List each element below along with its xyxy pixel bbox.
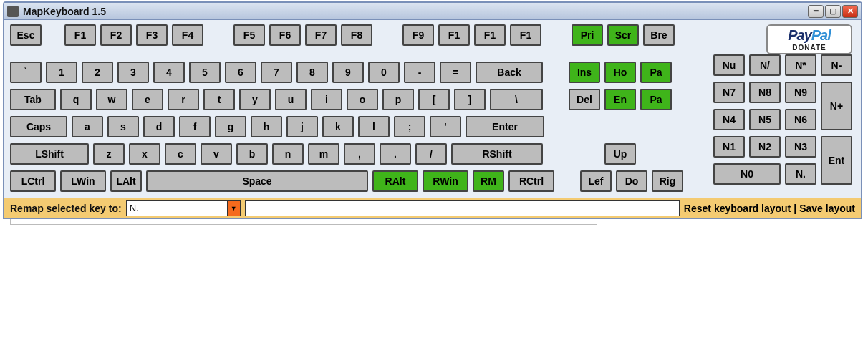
key-tab[interactable]: Tab — [10, 89, 56, 110]
key-npad-8[interactable]: N8 — [749, 82, 781, 103]
key-end[interactable]: En — [604, 89, 636, 110]
paypal-donate-button[interactable]: PayPal DONATE — [766, 24, 852, 54]
key-9[interactable]: 9 — [332, 62, 364, 83]
key-esc[interactable]: Esc — [10, 24, 42, 46]
key-f8[interactable]: F8 — [341, 24, 372, 46]
key-npad-1[interactable]: N1 — [713, 136, 745, 158]
key-npad-2[interactable]: N2 — [749, 136, 781, 158]
key-backspace[interactable]: Back — [476, 62, 543, 83]
key-6[interactable]: 6 — [225, 62, 256, 83]
key-quote[interactable]: ' — [430, 116, 461, 137]
key-npad-9[interactable]: N9 — [785, 82, 816, 103]
key-npad-mul[interactable]: N* — [785, 54, 816, 76]
key-v[interactable]: v — [201, 143, 232, 165]
key-minus[interactable]: - — [404, 62, 435, 83]
key-printscreen[interactable]: Pri — [572, 24, 603, 46]
key-t[interactable]: t — [203, 89, 235, 110]
key-g[interactable]: g — [215, 116, 246, 137]
key-f2[interactable]: F2 — [100, 24, 132, 46]
key-right[interactable]: Rig — [652, 170, 683, 192]
key-r[interactable]: r — [168, 89, 199, 110]
key-d[interactable]: d — [143, 116, 175, 137]
key-npad-6[interactable]: N6 — [785, 109, 816, 130]
key-z[interactable]: z — [93, 143, 125, 165]
key-p[interactable]: p — [382, 89, 414, 110]
key-slash[interactable]: / — [415, 143, 447, 165]
key-home[interactable]: Ho — [604, 62, 636, 83]
key-npad-0[interactable]: N0 — [713, 163, 781, 185]
key-f3[interactable]: F3 — [136, 24, 168, 46]
key-period[interactable]: . — [380, 143, 411, 165]
key-b[interactable]: b — [236, 143, 268, 165]
save-layout-link[interactable]: Save layout — [799, 203, 855, 214]
key-enter[interactable]: Enter — [466, 116, 544, 137]
key-npad-3[interactable]: N3 — [785, 136, 816, 158]
key-backtick[interactable]: ` — [10, 62, 42, 83]
key-4[interactable]: 4 — [153, 62, 185, 83]
key-i[interactable]: i — [311, 89, 342, 110]
key-y[interactable]: y — [239, 89, 271, 110]
key-f9[interactable]: F9 — [402, 24, 434, 46]
key-j[interactable]: j — [286, 116, 318, 137]
key-npad-add[interactable]: N+ — [821, 82, 852, 130]
key-lalt[interactable]: LAlt — [110, 170, 142, 192]
key-pagedown[interactable]: Pa — [640, 89, 672, 110]
key-o[interactable]: o — [347, 89, 378, 110]
key-npad-dot[interactable]: N. — [785, 163, 816, 185]
key-numlock[interactable]: Nu — [713, 54, 745, 76]
key-delete[interactable]: Del — [569, 89, 600, 110]
key-npad-4[interactable]: N4 — [713, 109, 745, 130]
key-equals[interactable]: = — [440, 62, 471, 83]
key-npad-5[interactable]: N5 — [749, 109, 781, 130]
key-up[interactable]: Up — [604, 143, 636, 165]
key-space[interactable]: Space — [146, 170, 368, 192]
close-button[interactable]: ✕ — [842, 5, 858, 18]
key-npad-enter[interactable]: Ent — [821, 136, 852, 185]
maximize-button[interactable]: ▢ — [825, 5, 841, 18]
key-f[interactable]: f — [179, 116, 211, 137]
key-f4[interactable]: F4 — [172, 24, 203, 46]
key-capslock[interactable]: Caps — [10, 116, 67, 137]
key-l[interactable]: l — [358, 116, 390, 137]
key-1[interactable]: 1 — [46, 62, 77, 83]
remap-textfield[interactable] — [245, 200, 680, 216]
key-down[interactable]: Do — [616, 170, 647, 192]
key-semicolon[interactable]: ; — [394, 116, 425, 137]
key-f11[interactable]: F1 — [474, 24, 506, 46]
key-h[interactable]: h — [251, 116, 282, 137]
key-f5[interactable]: F5 — [233, 24, 265, 46]
key-lbracket[interactable]: [ — [418, 89, 450, 110]
key-backslash[interactable]: \ — [490, 89, 543, 110]
key-m[interactable]: m — [308, 143, 339, 165]
key-break[interactable]: Bre — [643, 24, 675, 46]
key-pageup[interactable]: Pa — [640, 62, 672, 83]
reset-layout-link[interactable]: Reset keyboard layout — [684, 203, 791, 214]
key-c[interactable]: c — [165, 143, 196, 165]
key-0[interactable]: 0 — [368, 62, 400, 83]
key-x[interactable]: x — [129, 143, 160, 165]
key-rwin[interactable]: RWin — [423, 170, 468, 192]
key-rshift[interactable]: RShift — [451, 143, 543, 165]
key-n[interactable]: n — [272, 143, 304, 165]
remap-combo[interactable]: N. ▼ — [126, 200, 241, 216]
key-npad-7[interactable]: N7 — [713, 82, 745, 103]
key-f6[interactable]: F6 — [269, 24, 301, 46]
key-insert[interactable]: Ins — [569, 62, 600, 83]
key-s[interactable]: s — [107, 116, 139, 137]
key-k[interactable]: k — [322, 116, 354, 137]
key-e[interactable]: e — [132, 89, 163, 110]
key-lwin[interactable]: LWin — [60, 170, 106, 192]
combo-dropdown-icon[interactable]: ▼ — [227, 201, 240, 216]
key-comma[interactable]: , — [344, 143, 375, 165]
key-w[interactable]: w — [96, 89, 127, 110]
key-a[interactable]: a — [72, 116, 103, 137]
key-rbracket[interactable]: ] — [454, 89, 486, 110]
key-lctrl[interactable]: LCtrl — [10, 170, 56, 192]
key-f7[interactable]: F7 — [305, 24, 337, 46]
key-rctrl[interactable]: RCtrl — [508, 170, 554, 192]
key-u[interactable]: u — [275, 89, 307, 110]
key-5[interactable]: 5 — [189, 62, 221, 83]
key-8[interactable]: 8 — [296, 62, 328, 83]
key-7[interactable]: 7 — [261, 62, 292, 83]
key-f10[interactable]: F1 — [438, 24, 470, 46]
